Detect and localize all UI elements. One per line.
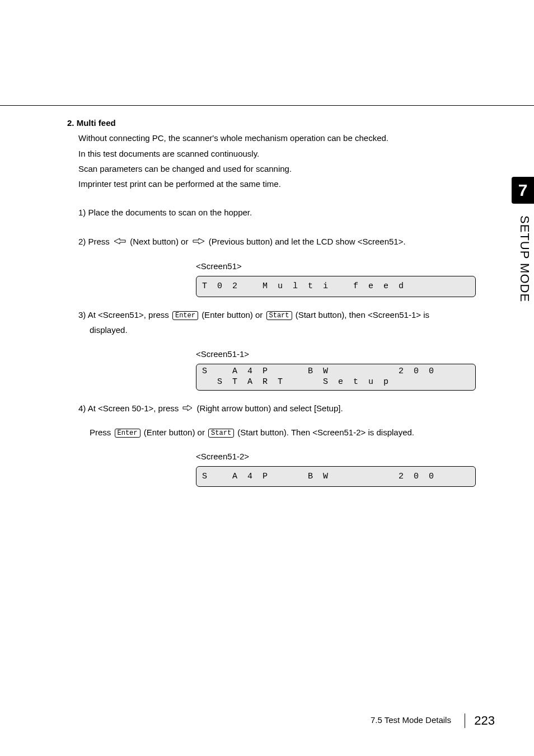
start-button-label: Start xyxy=(266,311,292,320)
screen51-2-row: S A 4 P B W 2 0 0 xyxy=(202,472,434,481)
side-vertical-label: SETUP MODE xyxy=(517,215,532,302)
step-2-a: 2) Press xyxy=(78,237,112,246)
header-rule xyxy=(0,105,534,106)
intro-line-3: Scan parameters can be changed and used … xyxy=(78,162,509,175)
step-3-d: displayed. xyxy=(90,323,509,336)
start-button-label-2: Start xyxy=(208,429,234,438)
screen51-2-caption: <Screen51-2> xyxy=(196,450,509,463)
screen51-1-caption: <Screen51-1> xyxy=(196,348,509,360)
footer-divider xyxy=(465,713,465,728)
screen51-1-row1: S A 4 P B W 2 0 0 xyxy=(202,367,434,376)
step-4-c: Press xyxy=(90,428,114,437)
enter-button-label: Enter xyxy=(172,311,198,320)
page: 7 SETUP MODE 2. Multi feed Without conne… xyxy=(0,0,534,756)
intro-line-1: Without connecting PC, the scanner's who… xyxy=(78,132,509,144)
previous-arrow-icon xyxy=(192,236,205,248)
screen51-caption: <Screen51> xyxy=(196,260,509,273)
step-4-e: (Start button). Then <Screen51-2> is dis… xyxy=(237,428,414,437)
intro-line-4: Imprinter test print can be performed at… xyxy=(78,177,509,190)
intro-line-2: In this test documents are scanned conti… xyxy=(78,147,509,160)
screen51-lcd: T 0 2 M u l t i f e e d xyxy=(196,276,476,297)
step-2: 2) Press (Next button) or (Previous butt… xyxy=(78,235,509,249)
right-arrow-icon xyxy=(182,402,193,415)
svg-marker-2 xyxy=(183,405,192,411)
step-4-d: (Enter button) or xyxy=(144,428,207,437)
step-4-line1: 4) At <Screen 50-1>, press (Right arrow … xyxy=(78,402,509,416)
step-1: 1) Place the documents to scan on the ho… xyxy=(78,206,509,219)
screen51-1-row2: S T A R T S e t u p xyxy=(202,377,388,387)
screen51-2-block: <Screen51-2> S A 4 P B W 2 0 0 xyxy=(196,450,509,487)
section-heading: 2. Multi feed xyxy=(67,116,509,129)
page-footer: 7.5 Test Mode Details 223 xyxy=(371,713,495,728)
screen51-1-lcd: S A 4 P B W 2 0 0 S T A R T S e t u p xyxy=(196,364,476,391)
chapter-tab: 7 xyxy=(512,177,534,204)
svg-marker-1 xyxy=(193,238,204,244)
step-3-c: (Start button), then <Screen51-1> is xyxy=(296,310,429,320)
svg-marker-0 xyxy=(114,238,125,244)
step-4-line2: Press Enter (Enter button) or Start (Sta… xyxy=(90,426,509,439)
step-4-b: (Right arrow button) and select [Setup]. xyxy=(197,403,343,413)
chapter-number: 7 xyxy=(518,181,528,199)
screen51-row: T 0 2 M u l t i f e e d xyxy=(202,281,404,291)
step-4-a: 4) At <Screen 50-1>, press xyxy=(78,403,181,413)
next-arrow-icon xyxy=(113,236,127,248)
step-2-b: (Next button) or xyxy=(130,237,190,246)
screen51-1-block: <Screen51-1> S A 4 P B W 2 0 0 S T A R T… xyxy=(196,348,509,391)
step-3: 3) At <Screen51>, press Enter (Enter but… xyxy=(78,308,509,321)
step-2-c: (Previous button) and let the LCD show <… xyxy=(209,237,406,246)
step-3-a: 3) At <Screen51>, press xyxy=(78,310,171,320)
footer-section: 7.5 Test Mode Details xyxy=(371,715,451,725)
content-body: 2. Multi feed Without connecting PC, the… xyxy=(67,116,509,498)
screen51-2-lcd: S A 4 P B W 2 0 0 xyxy=(196,466,476,487)
step-3-b: (Enter button) or xyxy=(202,310,265,320)
enter-button-label-2: Enter xyxy=(115,429,140,438)
footer-page-number: 223 xyxy=(474,713,495,727)
screen51-block: <Screen51> T 0 2 M u l t i f e e d xyxy=(196,260,509,297)
